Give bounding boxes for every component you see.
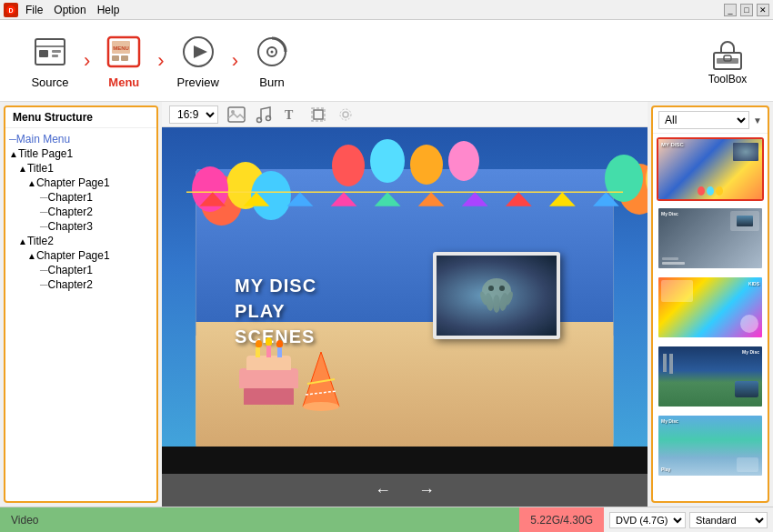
menu-help[interactable]: Help <box>97 4 120 16</box>
menu-tree: ─ Main Menu ▲ Title Page1 ▲ Title1 ▲ Cha… <box>5 128 156 296</box>
template-sports[interactable]: My Disc <box>657 345 764 408</box>
svg-point-16 <box>270 51 273 54</box>
settings-tool-button[interactable] <box>335 105 356 125</box>
quality-select[interactable]: Standard High Quality Custom <box>689 512 768 528</box>
disc-text-line2: PLAY <box>235 298 316 324</box>
arrow-2: › <box>157 49 164 73</box>
tree-title-page1[interactable]: ▲ Title Page1 <box>5 146 156 161</box>
toolbar-toolbox[interactable]: ToolBox <box>691 25 764 97</box>
tree-dash-c2t2: ─ <box>40 278 48 291</box>
video-canvas[interactable]: MY DISC PLAY SCENES <box>162 127 648 474</box>
menu-option[interactable]: Option <box>54 4 85 16</box>
next-arrow[interactable]: → <box>414 477 439 503</box>
tree-dash-c1t2: ─ <box>40 264 48 276</box>
toolbar-menu[interactable]: MENU Menu <box>83 25 165 97</box>
tree-chapter-page1-t2[interactable]: ▲ Chapter Page1 <box>5 248 156 263</box>
disc-text: MY DISC PLAY SCENES <box>235 273 316 349</box>
disc-text-line1: MY DISC <box>235 273 316 298</box>
tree-dash-c3t1: ─ <box>40 220 48 233</box>
burn-icon <box>252 32 292 72</box>
svg-marker-36 <box>506 192 532 206</box>
title-bar-left: D File Option Help <box>4 3 119 17</box>
dvd-select[interactable]: DVD (4.7G) DVD (8.5G) <box>609 512 686 528</box>
menu-icon: MENU <box>104 32 144 72</box>
svg-point-45 <box>488 286 494 291</box>
menu-structure-panel: Menu Structure ─ Main Menu ▲ Title Page1… <box>4 105 158 503</box>
video-label: Video <box>11 514 38 527</box>
close-button[interactable]: ✕ <box>757 4 769 16</box>
disc-text-line3: SCENES <box>235 324 316 349</box>
tree-chapter1-t2-label: Chapter1 <box>48 264 93 276</box>
source-label: Source <box>31 75 68 89</box>
toolbar-preview[interactable]: Preview <box>157 25 239 97</box>
svg-text:T: T <box>285 108 294 122</box>
arrow-3: › <box>232 49 238 73</box>
menu-file[interactable]: File <box>25 4 43 16</box>
size-label: 5.22G/4.30G <box>530 514 593 527</box>
image-tool-button[interactable] <box>226 105 247 125</box>
toolbar-burn[interactable]: Burn <box>231 25 313 97</box>
status-bar: Video 5.22G/4.30G DVD (4.7G) DVD (8.5G) … <box>0 507 773 532</box>
svg-marker-29 <box>199 192 226 206</box>
burn-label: Burn <box>259 75 284 89</box>
music-tool-button[interactable] <box>253 105 275 125</box>
svg-marker-34 <box>417 192 444 206</box>
ratio-select[interactable]: 16:9 <box>169 105 218 124</box>
maximize-button[interactable]: □ <box>740 4 753 16</box>
svg-rect-10 <box>121 55 128 61</box>
svg-point-46 <box>499 286 505 291</box>
svg-marker-31 <box>286 192 313 206</box>
tree-main-menu[interactable]: ─ Main Menu <box>5 132 156 146</box>
svg-marker-35 <box>461 192 487 206</box>
template-birthday[interactable]: MY DISC <box>657 137 764 201</box>
tree-title2[interactable]: ▲ Title2 <box>5 234 156 248</box>
mini-video-screen <box>433 252 560 339</box>
tree-chapter-page1-t1[interactable]: ▲ Chapter Page1 <box>5 176 156 190</box>
tree-title2-label: Title2 <box>27 235 54 247</box>
thumb-sports-inner: My Disc <box>658 346 762 407</box>
text-tool-button[interactable]: T <box>280 105 302 125</box>
status-size: 5.22G/4.30G <box>519 507 604 532</box>
toolbar-source[interactable]: Source <box>9 25 91 97</box>
video-nav: ← → <box>162 474 648 507</box>
template-list: MY DISC My Disc <box>653 134 768 501</box>
tree-dash-c1t1: ─ <box>40 191 48 204</box>
tree-chapter2-t2[interactable]: ─ Chapter2 <box>5 277 156 292</box>
app-icon: D <box>4 3 18 17</box>
source-icon <box>30 32 70 72</box>
svg-point-27 <box>343 112 348 117</box>
filter-select[interactable]: All <box>658 111 749 129</box>
svg-rect-9 <box>112 55 119 61</box>
tree-chapter3-t1-label: Chapter3 <box>48 220 93 233</box>
svg-marker-30 <box>243 192 269 206</box>
svg-rect-5 <box>52 50 61 53</box>
svg-marker-38 <box>593 192 619 206</box>
tree-main-menu-label: Main Menu <box>16 133 70 146</box>
template-colorful[interactable]: KIDS <box>657 276 764 339</box>
template-modern[interactable]: My Disc <box>657 206 764 270</box>
center-toolbar: 16:9 T <box>162 102 648 127</box>
tree-chapter3-t1[interactable]: ─ Chapter3 <box>5 219 156 234</box>
tree-chapter1-t1[interactable]: ─ Chapter1 <box>5 190 156 205</box>
template-nature[interactable]: My Disc Play <box>657 414 764 477</box>
toolbox-icon <box>709 36 746 73</box>
tree-chapter2-t1[interactable]: ─ Chapter2 <box>5 205 156 219</box>
svg-marker-32 <box>330 192 356 206</box>
tree-title-page1-label: Title Page1 <box>18 147 73 160</box>
dropdown-arrow-icon: ▼ <box>753 115 762 125</box>
svg-point-28 <box>340 109 351 120</box>
main-area: Menu Structure ─ Main Menu ▲ Title Page1… <box>0 102 773 507</box>
tree-chapter1-t2[interactable]: ─ Chapter1 <box>5 263 156 277</box>
crop-tool-button[interactable] <box>307 105 329 125</box>
toolbox-header: All ▼ <box>653 107 768 134</box>
arrow-1: › <box>84 49 90 73</box>
tree-chapter2-t1-label: Chapter2 <box>48 206 93 218</box>
tree-title1[interactable]: ▲ Title1 <box>5 161 156 176</box>
tree-chapter-page1-t2-label: Chapter Page1 <box>36 249 110 262</box>
center-area: 16:9 T <box>162 102 648 507</box>
thumb-nature-inner: My Disc Play <box>658 416 762 476</box>
svg-rect-26 <box>314 110 323 119</box>
prev-arrow[interactable]: ← <box>370 477 396 503</box>
minimize-button[interactable]: _ <box>724 4 737 16</box>
svg-text:D: D <box>8 7 13 14</box>
